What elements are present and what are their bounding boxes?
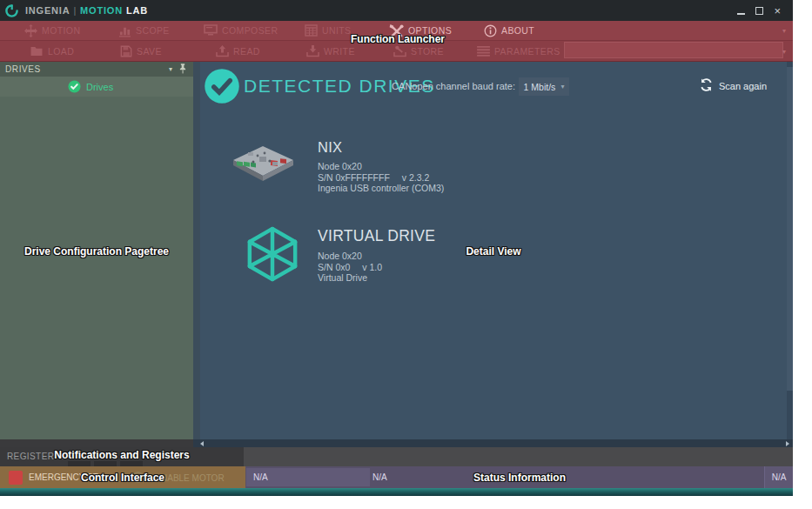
about-icon — [484, 24, 497, 37]
status-value: N/A — [772, 472, 787, 482]
screenshot-root: INGENIA|MOTIONLAB × MOTION SCOPE COMPOSE… — [0, 0, 812, 509]
toolbar-button-parameters[interactable]: PARAMETERS — [477, 43, 560, 60]
toolbar-label: WRITE — [324, 46, 355, 57]
toolbar-overflow-icon[interactable]: ▾ — [782, 27, 786, 35]
toolbar-label: PARAMETERS — [494, 46, 560, 57]
toolbar-label: STORE — [411, 46, 444, 57]
toolbar-label: READ — [233, 46, 260, 57]
scan-again-label: Scan again — [719, 81, 767, 91]
toolbar-overflow-icon[interactable]: ▾ — [782, 48, 786, 56]
toolbar-button-write[interactable]: WRITE — [306, 43, 355, 60]
toolbar-button-store[interactable]: STORE — [393, 43, 444, 60]
emergency-stop-icon[interactable] — [9, 471, 23, 485]
status-field-3: N/A — [764, 466, 793, 488]
annotation-status-information: Status Information — [473, 472, 566, 484]
sidebar-item-label: Drives — [86, 82, 113, 92]
load-folder-icon — [30, 46, 44, 57]
baud-rate-label: CANopen channel baud rate: — [392, 81, 515, 91]
toolbar-button-composer[interactable]: COMPOSER — [204, 22, 278, 39]
save-floppy-icon — [120, 45, 132, 57]
read-upload-icon — [216, 45, 229, 57]
baud-rate-value: 1 Mbit/s — [524, 82, 556, 92]
drive-node: Node 0x20 — [318, 161, 444, 172]
window-title: INGENIA|MOTIONLAB — [25, 5, 148, 16]
drive-serial-version: S/N 0xFFFFFFFFv 2.3.2 — [318, 172, 444, 184]
drives-panel-title: DRIVES — [5, 64, 41, 74]
ingenia-logo-icon — [5, 4, 18, 17]
chevron-down-icon: ▾ — [560, 83, 564, 90]
annotation-pagetree: Drive Configuration Pagetree — [24, 245, 169, 258]
annotation-notifications: Notifications and Registers — [54, 449, 189, 461]
window-bottom-edge — [0, 488, 793, 496]
toolbar-button-motion[interactable]: MOTION — [24, 22, 80, 39]
drives-panel-header[interactable]: DRIVES ▾ — [0, 62, 193, 77]
drive-name: VIRTUAL DRIVE — [318, 227, 435, 245]
minimize-icon[interactable] — [737, 13, 745, 15]
status-value: N/A — [253, 472, 268, 482]
vertical-scrollbar[interactable] — [787, 62, 793, 439]
store-icon — [393, 45, 406, 57]
write-download-icon — [306, 45, 319, 57]
brand-name: INGENIA — [25, 5, 70, 16]
toolbar-button-read[interactable]: READ — [216, 43, 260, 60]
scope-icon — [118, 24, 131, 37]
annotation-control-interface: Control Interface — [81, 472, 164, 484]
vertical-scrollbar-thumb[interactable] — [787, 67, 793, 391]
window-controls: × — [737, 0, 781, 21]
toolbar-button-scope[interactable]: SCOPE — [118, 22, 170, 39]
scan-again-button[interactable]: Scan again — [700, 78, 767, 93]
annotation-function-launcher: Function Launcher — [351, 33, 445, 45]
refresh-icon — [700, 78, 713, 93]
pin-icon[interactable] — [179, 62, 186, 77]
notifications-tab-bar-empty — [244, 447, 793, 466]
drive-description: Virtual Drive — [318, 272, 435, 284]
panel-splitter[interactable] — [193, 62, 200, 439]
toolbar-button-about[interactable]: ABOUT — [484, 22, 534, 39]
toolbar-label: LOAD — [48, 46, 74, 57]
toolbar-label: SCOPE — [136, 25, 170, 36]
toolbar-label: COMPOSER — [222, 25, 278, 36]
move-icon — [24, 24, 37, 37]
toolbar-label: MOTION — [42, 25, 80, 36]
toolbar-label: ABOUT — [501, 25, 534, 36]
toolbar-button-units[interactable]: UNITS — [305, 22, 352, 39]
drive-info-block: VIRTUAL DRIVE Node 0x20 S/N 0x0v 1.0 Vir… — [318, 227, 435, 284]
annotation-detail-view: Detail View — [466, 245, 520, 258]
drive-info-block: NIX Node 0x20 S/N 0xFFFFFFFFv 2.3.2 Inge… — [318, 139, 444, 194]
status-field-2: N/A — [372, 468, 387, 486]
baud-rate-row: CANopen channel baud rate: 1 Mbit/s ▾ Sc… — [200, 77, 782, 97]
scroll-left-icon[interactable] — [200, 441, 204, 446]
composer-icon — [204, 24, 218, 37]
drive-node: Node 0x20 — [318, 251, 435, 262]
toolbar-label: SAVE — [137, 46, 162, 57]
drive-serial-version: S/N 0x0v 1.0 — [318, 262, 435, 273]
sidebar-item-drives[interactable]: Drives — [0, 77, 193, 97]
maximize-icon[interactable] — [755, 7, 763, 15]
check-circle-icon — [68, 80, 81, 93]
drive-serial: S/N 0x0 — [318, 262, 350, 272]
toolbar-button-save[interactable]: SAVE — [120, 43, 162, 60]
close-icon[interactable]: × — [774, 5, 781, 17]
virtual-drive-icon — [245, 226, 299, 285]
collapse-arrow-icon[interactable]: ▾ — [169, 65, 172, 73]
title-bar: INGENIA|MOTIONLAB × — [0, 0, 793, 21]
toolbar-button-load[interactable]: LOAD — [30, 43, 74, 60]
horizontal-scrollbar[interactable] — [193, 439, 793, 447]
nix-board-image — [229, 140, 297, 191]
drive-description: Ingenia USB controller (COM3) — [318, 183, 444, 194]
parameters-list-icon — [477, 46, 490, 57]
enable-motor-button[interactable]: NABLE MOTOR — [161, 473, 225, 483]
notifications-panel-top — [0, 439, 193, 447]
status-field-1: N/A — [246, 468, 370, 486]
toolbar-label: UNITS — [322, 25, 352, 36]
drive-version: v 1.0 — [362, 262, 382, 272]
toolbar-empty-panel — [564, 42, 783, 58]
status-value: N/A — [372, 472, 387, 482]
baud-rate-select[interactable]: 1 Mbit/s ▾ — [519, 77, 569, 96]
scroll-right-icon[interactable] — [786, 441, 789, 446]
drive-serial: S/N 0xFFFFFFFF — [318, 172, 390, 183]
drive-name: NIX — [318, 139, 444, 156]
drive-version: v 2.3.2 — [402, 172, 430, 183]
units-icon — [305, 24, 318, 37]
